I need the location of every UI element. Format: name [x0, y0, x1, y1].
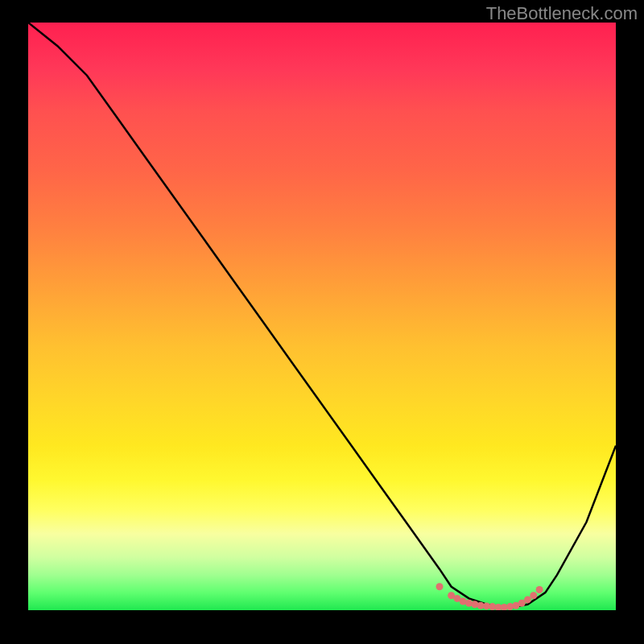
chart-svg: [28, 23, 616, 610]
chart-area: [28, 23, 616, 610]
highlight-dot: [436, 583, 444, 590]
highlight-dot: [530, 592, 537, 599]
highlight-dot: [536, 586, 543, 593]
bottleneck-curve-line: [28, 23, 616, 607]
highlight-dot: [524, 596, 531, 603]
watermark-text: TheBottleneck.com: [486, 3, 638, 24]
